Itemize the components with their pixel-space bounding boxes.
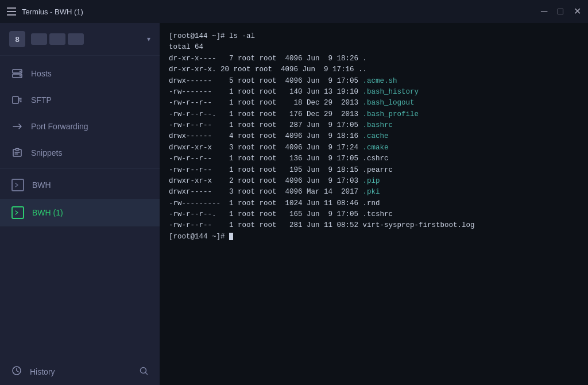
terminal-line: drwxr-xr-x 3 root root 4096 Jun 9 17:24 … bbox=[169, 143, 579, 153]
sidebar-session-bwh1[interactable]: BWH (1) bbox=[0, 199, 160, 226]
svg-point-3 bbox=[20, 75, 21, 76]
hosts-icon bbox=[11, 68, 23, 79]
bwh1-label: BWH (1) bbox=[32, 208, 63, 217]
hosts-label: Hosts bbox=[31, 69, 52, 78]
sidebar: 8 ▾ H bbox=[0, 23, 160, 385]
titlebar-left: Termius - BWH (1) bbox=[7, 7, 83, 16]
hamburger-icon[interactable] bbox=[7, 7, 16, 16]
terminal-line: -rw-r--r-- 1 root root 136 Jun 9 17:05 .… bbox=[169, 153, 579, 164]
main-layout: 8 ▾ H bbox=[0, 23, 588, 385]
sidebar-item-snippets[interactable]: Snippets bbox=[0, 140, 160, 166]
account-avatars bbox=[31, 33, 84, 45]
svg-rect-4 bbox=[13, 97, 18, 103]
terminal-line: total 64 bbox=[169, 42, 579, 53]
sftp-icon bbox=[11, 94, 23, 106]
terminal-line: -rw--------- 1 root root 1024 Jun 11 08:… bbox=[169, 198, 579, 209]
terminal-line: drwxr-xr-x 2 root root 4096 Jun 9 17:03 … bbox=[169, 176, 579, 187]
terminal-line: -rw-r--r--. 1 root root 165 Jun 9 17:05 … bbox=[169, 209, 579, 220]
snippets-label: Snippets bbox=[31, 148, 62, 157]
account-badge: 8 bbox=[9, 31, 25, 47]
terminal-line: dr-xr-xr-x. 20 root root 4096 Jun 9 17:1… bbox=[169, 64, 579, 75]
minimize-button[interactable]: ─ bbox=[541, 7, 547, 16]
history-label: History bbox=[30, 367, 55, 376]
svg-rect-5 bbox=[16, 149, 19, 151]
terminal[interactable]: [root@144 ~]# ls -altotal 64dr-xr-x---- … bbox=[160, 23, 588, 385]
terminal-line: -rw------- 1 root root 140 Jun 13 19:10 … bbox=[169, 87, 579, 98]
sidebar-item-sftp[interactable]: SFTP bbox=[0, 87, 160, 113]
terminal-icon-bwh1 bbox=[11, 206, 24, 219]
portfwd-label: Port Forwarding bbox=[31, 122, 88, 131]
terminal-line: [root@144 ~]# bbox=[169, 232, 579, 242]
bwh-label: BWH bbox=[32, 180, 51, 190]
sidebar-divider bbox=[0, 168, 160, 169]
sidebar-item-portfwd[interactable]: Port Forwarding bbox=[0, 113, 160, 140]
nav-section: Hosts SFTP Port Forwa bbox=[0, 56, 160, 358]
terminal-line: drwxr----- 3 root root 4096 Mar 14 2017 … bbox=[169, 187, 579, 198]
avatar-1 bbox=[31, 33, 47, 45]
titlebar-title: Termius - BWH (1) bbox=[22, 7, 83, 16]
search-icon[interactable] bbox=[140, 367, 148, 377]
terminal-line: -rw-r--r--. 1 root root 176 Dec 29 2013 … bbox=[169, 109, 579, 120]
terminal-icon-bwh bbox=[11, 179, 24, 191]
titlebar-controls: ─ □ ✕ bbox=[541, 7, 581, 16]
close-button[interactable]: ✕ bbox=[574, 7, 581, 16]
terminal-line: dr-xr-x---- 7 root root 4096 Jun 9 18:26… bbox=[169, 53, 579, 64]
history-left: History bbox=[11, 365, 55, 378]
account-row[interactable]: 8 ▾ bbox=[0, 23, 160, 56]
titlebar: Termius - BWH (1) ─ □ ✕ bbox=[0, 0, 588, 23]
terminal-line: [root@144 ~]# ls -al bbox=[169, 31, 579, 42]
terminal-line: -rw-r--r-- 1 root root 287 Jun 9 17:05 .… bbox=[169, 120, 579, 131]
sidebar-session-bwh[interactable]: BWH bbox=[0, 171, 160, 199]
maximize-button[interactable]: □ bbox=[558, 7, 563, 16]
snippets-icon bbox=[11, 147, 23, 159]
sidebar-item-hosts[interactable]: Hosts bbox=[0, 60, 160, 87]
terminal-line: drwx------ 4 root root 4096 Jun 9 18:16 … bbox=[169, 131, 579, 142]
account-left: 8 bbox=[9, 31, 84, 47]
sidebar-item-history[interactable]: History bbox=[0, 358, 160, 385]
chevron-down-icon[interactable]: ▾ bbox=[147, 35, 150, 43]
avatar-2 bbox=[49, 33, 65, 45]
terminal-line: -rw-r--r-- 1 root root 195 Jun 9 18:15 .… bbox=[169, 165, 579, 176]
history-icon bbox=[11, 365, 22, 378]
terminal-line: -rw-r--r-- 1 root root 281 Jun 11 08:52 … bbox=[169, 220, 579, 231]
terminal-line: -rw-r--r-- 1 root root 18 Dec 29 2013 .b… bbox=[169, 98, 579, 109]
terminal-line: drwx------ 5 root root 4096 Jun 9 17:05 … bbox=[169, 76, 579, 87]
avatar-3 bbox=[68, 33, 84, 45]
sftp-label: SFTP bbox=[31, 95, 52, 105]
portfwd-icon bbox=[11, 121, 23, 132]
svg-point-2 bbox=[20, 71, 21, 72]
